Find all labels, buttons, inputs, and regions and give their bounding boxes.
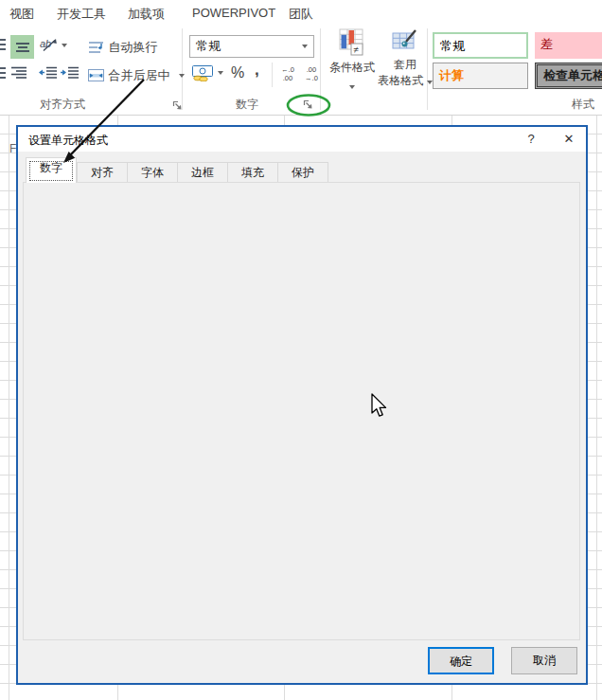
align-bottom-icon[interactable]	[0, 66, 8, 80]
conditional-formatting-label: 条件格式	[328, 60, 377, 76]
format-as-table-caret	[427, 81, 433, 84]
mini-separator	[272, 63, 273, 87]
increase-decimal-bottom: .00	[283, 74, 292, 82]
ribbon-tab-addins[interactable]: 加载项	[128, 6, 165, 23]
number-group-label: 数字	[236, 97, 258, 113]
increase-decimal-top: ←.0	[281, 65, 294, 74]
ok-button[interactable]: 确定	[428, 647, 494, 674]
tab-number[interactable]: 数字	[26, 157, 77, 183]
accounting-format-icon[interactable]	[192, 64, 215, 81]
ribbon-tab-developer[interactable]: 开发工具	[57, 6, 106, 23]
merge-center-caret	[179, 74, 185, 78]
increase-indent-icon[interactable]	[61, 66, 79, 79]
orientation-icon[interactable]: ab	[40, 36, 59, 52]
gridline	[9, 116, 9, 700]
decrease-decimal-bottom: →.0	[305, 74, 318, 82]
tab-font[interactable]: 字体	[127, 162, 178, 183]
wrap-text-label: 自动换行	[108, 40, 157, 54]
align-dialog-launcher-icon[interactable]	[172, 100, 183, 111]
ribbon-tab-view[interactable]: 视图	[9, 6, 34, 23]
percent-style-button[interactable]: %	[231, 64, 244, 81]
number-format-value: 常规	[196, 39, 221, 53]
close-icon[interactable]: ✕	[555, 127, 583, 152]
merge-center-label: 合并后居中	[108, 68, 169, 82]
conditional-formatting-caret	[349, 85, 355, 89]
dialog-title: 设置单元格格式	[28, 133, 108, 149]
align-left-icon[interactable]	[0, 38, 8, 51]
merge-center-icon	[88, 69, 104, 81]
cell-style-normal[interactable]: 常规	[433, 32, 528, 59]
ribbon-tab-team[interactable]: 团队	[289, 6, 313, 23]
align-right-icon[interactable]	[11, 66, 27, 79]
format-cells-dialog: 设置单元格格式 ? ✕ 数字 对齐 字体 边框 填充 保护 分类(C): 常规 …	[16, 125, 588, 685]
number-format-combo[interactable]: 常规	[189, 35, 314, 58]
tab-fill[interactable]: 填充	[227, 162, 278, 183]
conditional-formatting-button[interactable]: ≠ 条件格式	[328, 28, 377, 93]
gridline	[596, 116, 597, 700]
increase-decimal-button[interactable]: ←.0 .00	[276, 63, 299, 85]
dialog-titlebar[interactable]: 设置单元格格式 ? ✕	[18, 127, 586, 152]
cell-style-check-cell[interactable]: 检查单元格	[535, 63, 602, 89]
excel-window: 视图 开发工具 加载项 POWERPIVOT 团队 ab	[0, 0, 602, 700]
tab-page	[23, 182, 580, 640]
wrap-text-icon	[88, 41, 104, 53]
orientation-dropdown-caret[interactable]	[62, 44, 67, 47]
decrease-indent-icon[interactable]	[39, 66, 57, 79]
merge-center-button[interactable]: 合并后居中	[88, 66, 185, 84]
ribbon: ab 自动换行	[0, 25, 602, 116]
align-center-icon	[16, 42, 29, 53]
svg-text:ab: ab	[40, 38, 51, 49]
ribbon-tab-bar: 视图 开发工具 加载项 POWERPIVOT 团队	[0, 0, 602, 25]
format-as-table-icon	[392, 28, 418, 54]
comma-style-button[interactable]: ,	[255, 61, 259, 80]
tab-protection[interactable]: 保护	[277, 162, 328, 183]
align-group-label: 对齐方式	[40, 97, 85, 113]
conditional-formatting-icon: ≠	[339, 28, 365, 57]
number-dialog-launcher-icon[interactable]	[303, 99, 313, 110]
decrease-decimal-button[interactable]: .00 →.0	[300, 63, 323, 85]
tab-alignment[interactable]: 对齐	[77, 162, 128, 183]
decrease-decimal-top: .00	[307, 65, 316, 74]
number-format-caret	[302, 45, 308, 48]
ribbon-tab-powerpivot[interactable]: POWERPIVOT	[192, 6, 275, 20]
wrap-text-button[interactable]: 自动换行	[88, 38, 157, 56]
format-as-table-label-1: 套用	[378, 57, 433, 73]
cell-style-bad[interactable]: 差	[535, 32, 602, 59]
cell-style-calculation[interactable]: 计算	[433, 63, 528, 89]
format-as-table-label-2-text: 表格格式	[378, 74, 423, 87]
cancel-button[interactable]: 取消	[511, 647, 577, 674]
accounting-format-caret[interactable]	[218, 71, 223, 75]
format-as-table-label-2: 表格格式	[378, 73, 433, 89]
tab-border[interactable]: 边框	[177, 162, 228, 183]
not-equal-badge: ≠	[354, 45, 360, 55]
help-button[interactable]: ?	[517, 127, 545, 152]
align-center-button-active[interactable]	[10, 35, 34, 59]
styles-group-label: 样式	[572, 97, 594, 113]
format-as-table-button[interactable]: 套用 表格格式	[378, 28, 433, 89]
